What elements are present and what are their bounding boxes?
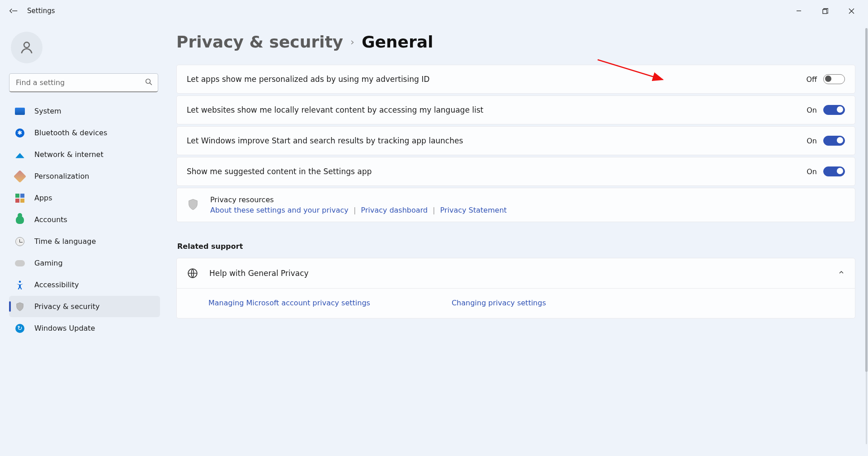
setting-row-app-launches: Let Windows improve Start and search res… [176, 126, 855, 155]
sidebar-item-privacy[interactable]: Privacy & security [9, 296, 160, 317]
globe-help-icon [187, 267, 198, 279]
breadcrumb-current: General [362, 33, 433, 51]
sidebar-item-personalization[interactable]: Personalization [9, 166, 160, 187]
expander-label: Help with General Privacy [209, 269, 838, 278]
privacy-resources-card: Privacy resources About these settings a… [176, 188, 855, 222]
sidebar-item-system[interactable]: System [9, 100, 160, 122]
chevron-up-icon [838, 269, 845, 278]
sidebar-item-label: Accounts [34, 215, 67, 224]
toggle-state: On [807, 137, 817, 145]
sidebar-item-label: Gaming [34, 259, 63, 267]
sidebar: System ✱Bluetooth & devices Network & in… [0, 22, 167, 456]
window-title: Settings [27, 7, 55, 15]
avatar[interactable] [11, 32, 42, 63]
setting-label: Let websites show me locally relevant co… [187, 105, 807, 114]
breadcrumb-parent[interactable]: Privacy & security [176, 33, 343, 51]
close-button[interactable] [838, 2, 864, 20]
setting-row-suggested-content: Show me suggested content in the Setting… [176, 157, 855, 186]
minimize-button[interactable] [786, 2, 812, 20]
sidebar-item-label: Personalization [34, 172, 89, 180]
search-input[interactable] [9, 73, 158, 92]
search-icon [145, 78, 153, 88]
setting-label: Let Windows improve Start and search res… [187, 136, 807, 145]
toggle-app-launches[interactable] [823, 136, 845, 146]
shield-icon [14, 301, 25, 312]
svg-point-5 [146, 79, 151, 84]
sidebar-item-apps[interactable]: Apps [9, 187, 160, 209]
link-changing-privacy-settings[interactable]: Changing privacy settings [452, 299, 546, 307]
sidebar-item-gaming[interactable]: Gaming [9, 252, 160, 274]
maximize-button[interactable] [812, 2, 838, 20]
sidebar-item-label: Accessibility [34, 280, 79, 289]
svg-rect-1 [823, 10, 827, 14]
link-privacy-dashboard[interactable]: Privacy dashboard [361, 206, 428, 214]
sidebar-item-label: Apps [34, 194, 52, 202]
setting-label: Show me suggested content in the Setting… [187, 167, 807, 176]
toggle-suggested-content[interactable] [823, 166, 845, 176]
sidebar-item-update[interactable]: Windows Update [9, 318, 160, 339]
sidebar-item-accessibility[interactable]: Accessibility [9, 274, 160, 295]
toggle-state: Off [806, 75, 817, 84]
resources-title: Privacy resources [210, 195, 507, 204]
help-general-privacy-expander[interactable]: Help with General Privacy [176, 258, 855, 289]
chevron-right-icon: › [350, 36, 354, 48]
main-content: Privacy & security › General Let apps sh… [167, 22, 868, 456]
shield-icon [187, 198, 199, 211]
toggle-language-list[interactable] [823, 105, 845, 115]
sidebar-item-accounts[interactable]: Accounts [9, 209, 160, 230]
setting-label: Let apps show me personalized ads by usi… [187, 75, 806, 84]
toggle-state: On [807, 167, 817, 176]
setting-row-advertising-id: Let apps show me personalized ads by usi… [176, 65, 855, 94]
scrollbar-thumb[interactable] [865, 28, 868, 372]
sidebar-item-bluetooth[interactable]: ✱Bluetooth & devices [9, 122, 160, 143]
svg-point-4 [24, 42, 29, 48]
sidebar-item-label: Time & language [34, 237, 96, 246]
accessibility-icon [14, 280, 25, 290]
sidebar-item-time[interactable]: Time & language [9, 231, 160, 252]
sidebar-item-label: System [34, 107, 61, 115]
sidebar-item-label: Windows Update [34, 324, 95, 332]
toggle-advertising-id[interactable] [823, 74, 845, 84]
breadcrumb: Privacy & security › General [176, 33, 855, 51]
back-button[interactable] [4, 2, 22, 20]
toggle-state: On [807, 106, 817, 114]
svg-line-6 [150, 83, 152, 85]
svg-point-7 [19, 280, 21, 283]
link-about-settings[interactable]: About these settings and your privacy [210, 206, 349, 214]
sidebar-item-label: Bluetooth & devices [34, 128, 107, 137]
setting-row-language-list: Let websites show me locally relevant co… [176, 95, 855, 124]
link-manage-account-privacy[interactable]: Managing Microsoft account privacy setti… [208, 299, 370, 307]
link-privacy-statement[interactable]: Privacy Statement [440, 206, 507, 214]
titlebar: Settings [0, 0, 868, 22]
sidebar-item-label: Privacy & security [34, 302, 99, 311]
sidebar-item-label: Network & internet [34, 150, 104, 159]
related-support-heading: Related support [177, 242, 855, 251]
help-sublinks: Managing Microsoft account privacy setti… [176, 289, 855, 318]
sidebar-item-network[interactable]: Network & internet [9, 144, 160, 165]
